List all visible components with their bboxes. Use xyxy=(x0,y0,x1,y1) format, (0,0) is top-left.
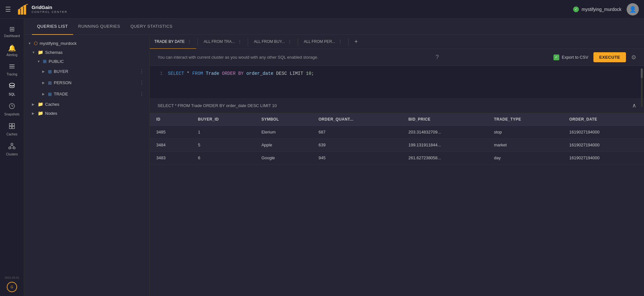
sidebar-item-dashboard[interactable]: ⊞ Dashboard xyxy=(1,23,23,40)
trade-more-icon[interactable]: ⋮ xyxy=(138,90,146,98)
execute-button[interactable]: EXECUTE xyxy=(593,52,626,62)
leftnav: ⊞ Dashboard 🔔 Alerting Tracing xyxy=(0,19,24,296)
tree-schemas[interactable]: ▼ 📁 Schemas xyxy=(24,48,149,57)
info-help-icon[interactable]: ? xyxy=(436,54,439,61)
query-tab-all-from-buy[interactable]: ALL FROM BUY... ⋮ xyxy=(249,35,296,49)
cell-buyer-id: 5 xyxy=(192,139,255,152)
tree-person[interactable]: ▶ ⊞ PERSON ⋮ xyxy=(24,77,149,88)
sidebar-item-clusters[interactable]: Clusters xyxy=(1,140,23,159)
tabs-header: QUERIES LIST RUNNING QUERIES QUERY STATI… xyxy=(24,19,644,35)
collapse-arrow: ▼ xyxy=(28,42,32,45)
results-table: ID BUYER_ID SYMBOL ORDER_QUANT... BID_PR… xyxy=(150,113,644,164)
cell-order-quant: 687 xyxy=(312,126,402,139)
sql-line-1: 1 SELECT * FROM Trade ORDER BY order_dat… xyxy=(158,71,636,76)
query-tab-more-icon[interactable]: ⋮ xyxy=(187,39,192,44)
tree-caches[interactable]: ▶ 📁 Caches xyxy=(24,100,149,109)
tab-separator xyxy=(348,38,349,46)
cell-order-date: 1619027194000 xyxy=(563,152,644,164)
public-label: PUBLIC xyxy=(49,59,146,64)
tab-separator xyxy=(248,38,248,46)
col-symbol: SYMBOL xyxy=(255,113,312,126)
menu-icon[interactable]: ☰ xyxy=(5,5,11,13)
sidebar-item-label: Snapshots xyxy=(4,113,19,116)
tracing-icon xyxy=(9,63,15,71)
results-query-label: SELECT * FROM Trade ORDER BY order_date … xyxy=(158,103,277,108)
query-tab-label: ALL FROM PER... xyxy=(304,39,335,44)
sql-info-text: You can interact with current cluster as… xyxy=(158,55,318,60)
alerting-icon: 🔔 xyxy=(8,44,16,52)
sql-code-area[interactable]: 1 SELECT * FROM Trade ORDER BY order_dat… xyxy=(150,66,644,98)
tree-public[interactable]: ▼ ⊞ PUBLIC xyxy=(24,57,149,66)
results-table-body: 3485 1 Elerium 687 203.314832709... stop… xyxy=(150,126,644,164)
sidebar-item-caches[interactable]: Caches xyxy=(1,120,23,139)
sql-scrollbar[interactable] xyxy=(641,68,643,107)
clusters-icon xyxy=(8,143,15,151)
kw-order: ORDER BY xyxy=(222,71,244,76)
caches-icon xyxy=(8,123,15,131)
sidebar-item-sql[interactable]: SQL xyxy=(1,80,23,99)
results-area: SELECT * FROM Trade ORDER BY order_date … xyxy=(150,98,644,296)
settings-icon[interactable]: ⚙ xyxy=(631,54,636,61)
cell-trade-type: day xyxy=(487,152,563,164)
results-collapse-button[interactable]: ∧ xyxy=(632,102,636,109)
tree-buyer[interactable]: ▶ ⊞ BUYER ⋮ xyxy=(24,66,149,77)
query-tab-more-icon[interactable]: ⋮ xyxy=(237,39,242,44)
svg-rect-0 xyxy=(18,9,20,15)
export-csv-control[interactable]: ✓ Export to CSV xyxy=(553,54,588,60)
query-tabs-bar: TRADE BY DATE ⋮ ALL FROM TRA... ⋮ ALL FR… xyxy=(150,35,644,49)
cell-order-date: 1619027194000 xyxy=(563,139,644,152)
kw-desc: DESC xyxy=(276,71,290,76)
svg-rect-10 xyxy=(9,126,12,129)
sql-info-right: ✓ Export to CSV EXECUTE ⚙ xyxy=(553,52,636,62)
topbar: ☰ GridGain CONTROL CENTER ✓ mystifying_m… xyxy=(0,0,644,19)
query-tab-trade-by-date[interactable]: TRADE BY DATE ⋮ xyxy=(150,35,196,49)
tab-running-queries[interactable]: RUNNING QUERIES xyxy=(73,19,125,35)
logo: GridGain CONTROL CENTER xyxy=(17,4,67,15)
sidebar-item-alerting[interactable]: 🔔 Alerting xyxy=(1,42,23,59)
dashboard-icon: ⊞ xyxy=(9,25,15,33)
status-indicator: ✓ mystifying_murdock xyxy=(573,6,621,12)
query-tab-more-icon[interactable]: ⋮ xyxy=(287,39,292,44)
export-csv-checkbox[interactable]: ✓ xyxy=(553,54,559,60)
snapshots-icon xyxy=(8,103,15,111)
schemas-arrow: ▼ xyxy=(32,51,36,54)
sidebar-item-label: Dashboard xyxy=(4,34,20,38)
cell-bid-price: 199.131911844... xyxy=(402,139,488,152)
nav-bottom: 2021.03.01 G xyxy=(5,276,19,296)
sql-scrollbar-thumb xyxy=(641,68,643,78)
col-buyer-id: BUYER_ID xyxy=(192,113,255,126)
cell-symbol: Elerium xyxy=(255,126,312,139)
cell-buyer-id: 1 xyxy=(192,126,255,139)
tab-queries-list[interactable]: QUERIES LIST xyxy=(32,19,73,35)
query-tab-all-from-tra[interactable]: ALL FROM TRA... ⋮ xyxy=(199,35,246,49)
avatar[interactable]: 👤 xyxy=(627,3,639,15)
add-query-tab-button[interactable]: + xyxy=(351,37,361,47)
schema-sidebar: ▼ ⬡ mystifying_murdock ▼ 📁 Schemas ▼ ⊞ P… xyxy=(24,35,150,296)
tab-query-statistics[interactable]: QUERY STATISTICS xyxy=(125,19,178,35)
svg-rect-5 xyxy=(9,68,14,68)
sql-panel: TRADE BY DATE ⋮ ALL FROM TRA... ⋮ ALL FR… xyxy=(150,35,644,296)
main-layout: ⊞ Dashboard 🔔 Alerting Tracing xyxy=(0,19,644,296)
sidebar-item-label: Tracing xyxy=(7,73,17,76)
tree-nodes[interactable]: ▶ 📁 Nodes xyxy=(24,109,149,118)
person-table-icon: ⊞ xyxy=(48,80,52,85)
nav-logo-small: G xyxy=(7,282,17,292)
sidebar-item-snapshots[interactable]: Snapshots xyxy=(1,100,23,119)
query-tab-all-from-per[interactable]: ALL FROM PER... ⋮ xyxy=(299,35,347,49)
trade-arrow: ▶ xyxy=(42,92,46,96)
col-trade-type: TRADE_TYPE xyxy=(487,113,563,126)
query-tab-more-icon[interactable]: ⋮ xyxy=(338,39,342,44)
svg-line-15 xyxy=(10,145,12,147)
kw-from: FROM xyxy=(192,71,203,76)
tree-trade[interactable]: ▶ ⊞ TRADE ⋮ xyxy=(24,88,149,100)
person-label: PERSON xyxy=(54,80,136,85)
svg-point-6 xyxy=(9,83,14,86)
status-dot: ✓ xyxy=(573,6,579,12)
sidebar-item-tracing[interactable]: Tracing xyxy=(1,61,23,79)
sidebar-item-label: SQL xyxy=(9,93,15,96)
sql-icon xyxy=(8,83,15,91)
person-arrow: ▶ xyxy=(42,81,46,84)
person-more-icon[interactable]: ⋮ xyxy=(138,79,146,86)
buyer-more-icon[interactable]: ⋮ xyxy=(138,68,146,75)
tree-root-node[interactable]: ▼ ⬡ mystifying_murdock xyxy=(24,39,149,48)
